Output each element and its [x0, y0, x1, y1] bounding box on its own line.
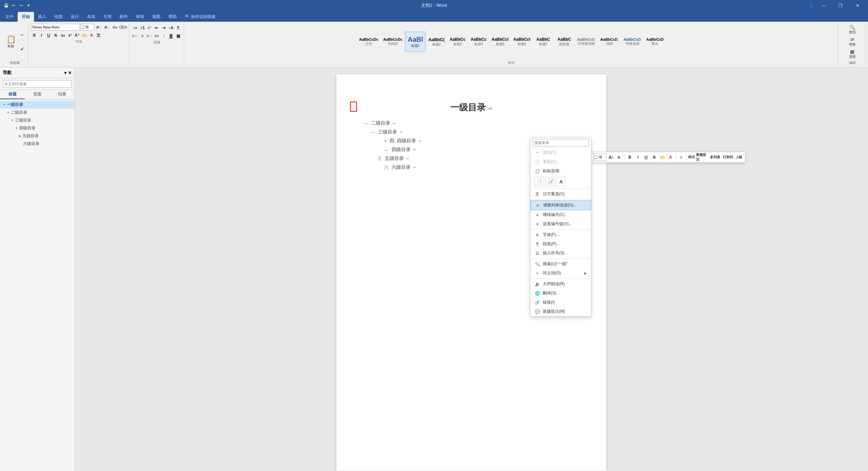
qat-more-button[interactable]: ▾ — [25, 2, 32, 9]
multilevel-button[interactable]: ≡⁻ — [146, 24, 153, 31]
find-button[interactable]: 🔍 查找 — [848, 24, 857, 35]
nav-tab-pages[interactable]: 页面 — [25, 90, 50, 99]
numbering-button[interactable]: ≡1 — [139, 24, 146, 31]
format-painter-button[interactable]: 🖌 — [18, 46, 26, 52]
nav-tab-headings[interactable]: 标题 — [0, 90, 25, 99]
float-grow-button[interactable]: A+ — [607, 153, 615, 161]
align-center-button[interactable]: ≡ — [139, 33, 146, 39]
ctx-translate[interactable]: 🌐 翻译(S) — [531, 289, 591, 298]
float-strikethrough-button[interactable]: S — [650, 153, 658, 161]
nav-item-level4[interactable]: ▼ 四级目录 — [0, 124, 74, 132]
nav-item-level5[interactable]: ▶ 五级目录 — [0, 132, 74, 140]
show-marks-button[interactable]: ¶ — [175, 24, 181, 31]
phonetic-button[interactable]: 文 — [95, 32, 102, 39]
paste-button[interactable]: 📋 粘贴 — [4, 34, 18, 49]
float-font-color-button[interactable]: A — [667, 153, 674, 161]
style-intense-emphasis[interactable]: AaBbCcD. 明显强调 — [621, 32, 644, 52]
nav-item-level6[interactable]: 六级目录 — [0, 140, 74, 148]
italic-button[interactable]: I — [38, 32, 45, 39]
sort-button[interactable]: ↕A — [168, 24, 174, 31]
cut-button[interactable]: ✂ — [18, 32, 26, 38]
style-heading6[interactable]: AaBbCcI 标题6 — [511, 32, 532, 52]
superscript-button[interactable]: x² — [67, 32, 73, 39]
ctx-set-num-value[interactable]: ≡ 设置编号值(V)... — [531, 219, 591, 229]
strikethrough-button[interactable]: S — [52, 32, 59, 39]
float-shrink-button[interactable]: A- — [615, 153, 623, 161]
nav-close-icon[interactable]: ✕ — [68, 70, 72, 75]
tab-file[interactable]: 文件 — [1, 12, 18, 22]
nav-item-level2[interactable]: ▼ 二级目录 — [0, 109, 74, 116]
float-multiselect-button[interactable]: 多列表 — [709, 153, 721, 161]
ctx-font[interactable]: A 字体(F)... — [531, 230, 591, 239]
ctx-search-input[interactable] — [533, 139, 589, 146]
close-button[interactable]: ✕ — [850, 0, 865, 11]
style-heading4[interactable]: AaBbCc 标题4 — [468, 32, 489, 52]
save-button[interactable]: 💾 — [3, 2, 10, 9]
bullets-button[interactable]: ≡• — [132, 24, 139, 31]
float-highlight-button[interactable]: ab — [659, 153, 666, 161]
clear-format-button[interactable]: ⌫A — [119, 24, 127, 30]
line-spacing-button[interactable]: ↕ — [160, 33, 167, 39]
ctx-synonyms[interactable]: ≈ 同义词(O) ▶ — [531, 269, 591, 278]
paste-merge-format[interactable]: 📝 — [545, 177, 555, 186]
tab-mail[interactable]: 邮件 — [116, 12, 132, 22]
style-strong[interactable]: AaBbCcD 要点 — [644, 32, 666, 52]
ctx-continue-num[interactable]: ≡ 继续编号(C) — [531, 210, 591, 219]
float-bold-button[interactable]: B — [626, 153, 633, 161]
user-icon[interactable]: 👤 — [809, 3, 814, 8]
style-no-spacing[interactable]: AaBbCcDc 无间距 — [381, 32, 404, 52]
ctx-adjust-indent[interactable]: ≡ 调整列表缩进(U)... — [531, 200, 591, 210]
float-bullets-button[interactable]: ≡ — [677, 153, 685, 161]
ctx-cut[interactable]: ✂ 剪切(T) — [531, 148, 591, 157]
float-new-comment-button[interactable]: 新建批注 — [696, 153, 708, 161]
font-size-input[interactable] — [81, 24, 94, 31]
float-up-button[interactable]: 上板 — [735, 153, 743, 161]
highlight-button[interactable]: ab — [81, 32, 88, 39]
justify-button[interactable]: ≡≡ — [153, 33, 160, 39]
ctx-hanzi[interactable]: 文 汉字重选(V) — [531, 189, 591, 199]
ctx-link[interactable]: 🔗 链接(I) — [531, 298, 591, 307]
style-emphasis[interactable]: AaBbCcD. 强调 — [598, 32, 621, 52]
style-subtle-emphasis[interactable]: AaBbCcD. 不明显强调 — [575, 32, 597, 52]
ctx-search-term[interactable]: 🔍 搜索(U)"一级" — [531, 259, 591, 269]
paste-plain-text[interactable]: A — [556, 177, 566, 186]
tab-view[interactable]: 视图 — [148, 12, 164, 22]
decrease-indent-button[interactable]: ⇤ — [153, 24, 160, 31]
tab-review[interactable]: 审阅 — [132, 12, 148, 22]
paste-keep-format[interactable]: 📄 — [535, 177, 544, 186]
style-heading3[interactable]: AaBbCc 标题3 — [447, 32, 468, 52]
select-button[interactable]: ▦ 选择 — [848, 48, 857, 60]
tab-insert[interactable]: 插入 — [34, 12, 50, 22]
replace-button[interactable]: ⇄ 替换 — [848, 36, 857, 48]
shrink-font-button[interactable]: A↓ — [103, 24, 110, 30]
increase-indent-button[interactable]: ⇥ — [160, 24, 167, 31]
tab-layout[interactable]: 布局 — [83, 12, 99, 22]
tab-references[interactable]: 引用 — [99, 12, 116, 22]
style-subtitle[interactable]: AaBbC 副标题 — [554, 32, 574, 52]
change-case-button[interactable]: Aa — [111, 24, 119, 30]
ctx-insert-symbol[interactable]: Ω 插入符号(S) — [531, 249, 591, 258]
float-font-size[interactable] — [594, 153, 607, 161]
style-normal[interactable]: AaBbCcDc 正文 — [357, 32, 381, 52]
undo-button[interactable]: ↩ — [10, 2, 17, 9]
subscript-button[interactable]: x₂ — [59, 32, 66, 39]
nav-item-level1[interactable]: ▼ 一级目录 — [0, 101, 74, 109]
style-heading5[interactable]: AaBbCcI 标题5 — [489, 32, 510, 52]
minimize-button[interactable]: ─ — [816, 0, 831, 11]
tab-home[interactable]: 开始 — [18, 12, 34, 22]
align-right-button[interactable]: ≡→ — [146, 33, 153, 39]
shading-button[interactable]: ▓ — [168, 33, 174, 39]
font-name-input[interactable] — [31, 24, 80, 31]
restore-button[interactable]: ❐ — [833, 0, 848, 11]
style-heading7[interactable]: AaBbC 标题7 — [533, 32, 553, 52]
nav-collapse-icon[interactable]: ▾ — [64, 70, 67, 75]
redo-button[interactable]: ↪ — [18, 2, 24, 9]
nav-tab-results[interactable]: 结果 — [50, 90, 74, 99]
nav-search-input[interactable] — [3, 80, 72, 88]
tab-search[interactable]: 🔍 操作说明搜索 — [181, 12, 220, 22]
float-styles-button[interactable]: 样式 — [688, 153, 695, 161]
copy-button[interactable]: 📄 — [18, 39, 26, 45]
ctx-copy[interactable]: 📄 复制(C) — [531, 157, 591, 166]
underline-button[interactable]: U — [45, 32, 52, 39]
float-italic-button[interactable]: I — [634, 153, 642, 161]
